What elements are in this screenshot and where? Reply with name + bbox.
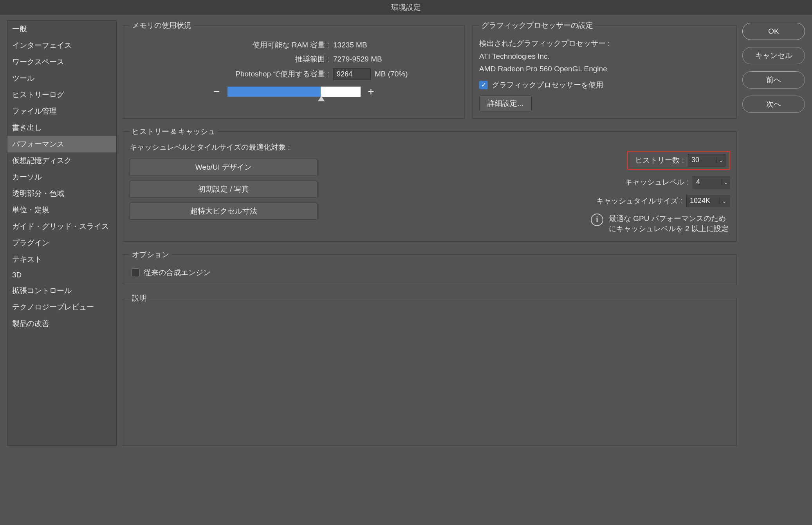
description-legend: 説明 bbox=[130, 293, 149, 303]
memory-slider-handle[interactable] bbox=[318, 96, 325, 101]
preset-default-photo-button[interactable]: 初期設定 / 写真 bbox=[130, 181, 318, 198]
history-cache-legend: ヒストリー & キャッシュ bbox=[130, 127, 218, 137]
cache-tile-size-label: キャッシュタイルサイズ : bbox=[596, 196, 682, 206]
sidebar-item-label: インターフェイス bbox=[12, 41, 72, 49]
sidebar-item-label: ファイル管理 bbox=[12, 107, 57, 115]
preferences-sidebar: 一般 インターフェイス ワークスペース ツール ヒストリーログ ファイル管理 書… bbox=[7, 20, 117, 446]
sidebar-item-label: ガイド・グリッド・スライス bbox=[12, 222, 109, 230]
sidebar-item-transparency-gamut[interactable]: 透明部分・色域 bbox=[7, 185, 116, 202]
sidebar-item-label: ツール bbox=[12, 74, 34, 82]
chevron-down-icon[interactable]: ⌄ bbox=[721, 179, 730, 185]
gpu-vendor: ATI Technologies Inc. bbox=[479, 51, 730, 62]
use-gpu-label: グラフィックプロセッサーを使用 bbox=[492, 80, 603, 90]
sidebar-item-interface[interactable]: インターフェイス bbox=[7, 37, 116, 54]
preset-web-ui-button[interactable]: Web/UI デザイン bbox=[130, 159, 318, 176]
sidebar-item-label: 仮想記憶ディスク bbox=[12, 156, 72, 165]
history-cache-group: ヒストリー & キャッシュ キャッシュレベルとタイルサイズの最適化対象 : We… bbox=[123, 127, 737, 242]
sidebar-item-enhanced-controls[interactable]: 拡張コントロール bbox=[7, 282, 116, 299]
sidebar-item-label: プラグイン bbox=[12, 239, 49, 247]
sidebar-item-type[interactable]: テキスト bbox=[7, 251, 116, 268]
cache-levels-label: キャッシュレベル : bbox=[625, 177, 689, 187]
dialog-buttons: OK キャンセル 前へ 次へ bbox=[742, 20, 805, 446]
main-area: 一般 インターフェイス ワークスペース ツール ヒストリーログ ファイル管理 書… bbox=[0, 15, 812, 451]
sidebar-item-product-improvement[interactable]: 製品の改善 bbox=[7, 315, 116, 332]
sidebar-item-performance[interactable]: パフォーマンス bbox=[7, 136, 116, 152]
ok-button[interactable]: OK bbox=[742, 23, 805, 40]
history-states-highlight: ヒストリー数 : ⌄ bbox=[627, 151, 730, 170]
cancel-button[interactable]: キャンセル bbox=[742, 47, 805, 64]
memory-increase-button[interactable]: + bbox=[367, 85, 375, 98]
sidebar-item-label: テクノロジープレビュー bbox=[12, 303, 94, 311]
available-ram-label: 使用可能な RAM 容量 : bbox=[130, 40, 329, 50]
memory-slider-fill bbox=[227, 87, 321, 97]
photoshop-use-label: Photoshop で使用する容量 : bbox=[130, 69, 329, 79]
options-legend: オプション bbox=[130, 250, 171, 260]
gpu-settings-group: グラフィックプロセッサーの設定 検出されたグラフィックプロセッサー : ATI … bbox=[473, 20, 737, 119]
memory-decrease-button[interactable]: − bbox=[213, 85, 221, 98]
window-title: 環境設定 bbox=[0, 0, 812, 15]
sidebar-item-history-log[interactable]: ヒストリーログ bbox=[7, 87, 116, 103]
content-area: メモリの使用状況 使用可能な RAM 容量 : 13235 MB 推奨範囲 : … bbox=[123, 20, 805, 446]
cache-tile-size-input[interactable] bbox=[687, 197, 720, 205]
next-button[interactable]: 次へ bbox=[742, 96, 805, 113]
sidebar-item-label: 透明部分・色域 bbox=[12, 189, 64, 197]
sidebar-item-label: パフォーマンス bbox=[12, 140, 64, 148]
sidebar-item-label: 一般 bbox=[12, 25, 27, 33]
chevron-down-icon[interactable]: ⌄ bbox=[716, 157, 725, 163]
sidebar-item-label: カーソル bbox=[12, 173, 42, 181]
memory-slider[interactable] bbox=[227, 87, 361, 97]
description-group: 説明 bbox=[123, 293, 737, 446]
sidebar-item-label: 書き出し bbox=[12, 123, 42, 132]
cache-optimize-label: キャッシュレベルとタイルサイズの最適化対象 : bbox=[130, 142, 333, 152]
photoshop-use-suffix: MB (70%) bbox=[375, 70, 408, 78]
sidebar-item-label: 単位・定規 bbox=[12, 206, 49, 214]
memory-legend: メモリの使用状況 bbox=[130, 20, 194, 31]
options-group: オプション 従来の合成エンジン bbox=[123, 250, 737, 285]
sidebar-item-tools[interactable]: ツール bbox=[7, 70, 116, 87]
available-ram-value: 13235 MB bbox=[333, 41, 367, 49]
history-states-combo[interactable]: ⌄ bbox=[688, 154, 725, 167]
gpu-cache-info-text: 最適な GPU パフォーマンスのためにキャッシュレベルを 2 以上に設定 bbox=[609, 214, 730, 234]
sidebar-item-general[interactable]: 一般 bbox=[7, 21, 116, 37]
cache-tile-size-combo[interactable]: ⌄ bbox=[686, 195, 730, 207]
sidebar-item-units-rulers[interactable]: 単位・定規 bbox=[7, 202, 116, 218]
chevron-down-icon[interactable]: ⌄ bbox=[720, 198, 728, 204]
cache-levels-combo[interactable]: ⌄ bbox=[693, 176, 730, 188]
gpu-legend: グラフィックプロセッサーの設定 bbox=[479, 20, 595, 31]
history-states-label: ヒストリー数 : bbox=[635, 155, 684, 165]
ideal-range-value: 7279-9529 MB bbox=[333, 55, 382, 63]
legacy-compositing-checkbox[interactable] bbox=[131, 268, 140, 277]
ideal-range-label: 推奨範囲 : bbox=[130, 54, 329, 64]
gpu-device: AMD Radeon Pro 560 OpenGL Engine bbox=[479, 64, 730, 74]
sidebar-item-label: 製品の改善 bbox=[12, 319, 49, 328]
sidebar-item-plugins[interactable]: プラグイン bbox=[7, 235, 116, 251]
gpu-detected-label: 検出されたグラフィックプロセッサー : bbox=[479, 38, 730, 49]
sidebar-item-label: テキスト bbox=[12, 255, 42, 263]
sidebar-item-cursors[interactable]: カーソル bbox=[7, 169, 116, 185]
memory-usage-group: メモリの使用状況 使用可能な RAM 容量 : 13235 MB 推奨範囲 : … bbox=[123, 20, 465, 119]
sidebar-item-guides-grid-slices[interactable]: ガイド・グリッド・スライス bbox=[7, 218, 116, 235]
prev-button[interactable]: 前へ bbox=[742, 71, 805, 89]
info-icon: i bbox=[591, 214, 603, 226]
sidebar-item-workspace[interactable]: ワークスペース bbox=[7, 54, 116, 70]
sidebar-item-label: 拡張コントロール bbox=[12, 286, 72, 295]
preset-huge-pixel-button[interactable]: 超特大ピクセル寸法 bbox=[130, 203, 318, 220]
sidebar-item-file-handling[interactable]: ファイル管理 bbox=[7, 103, 116, 119]
sidebar-item-label: ワークスペース bbox=[12, 58, 64, 66]
history-states-input[interactable] bbox=[688, 156, 716, 164]
use-gpu-checkbox[interactable]: ✓ bbox=[479, 81, 488, 89]
sidebar-item-label: 3D bbox=[12, 271, 22, 279]
legacy-compositing-label: 従来の合成エンジン bbox=[144, 268, 211, 278]
photoshop-use-input[interactable] bbox=[333, 68, 371, 80]
sidebar-item-label: ヒストリーログ bbox=[12, 91, 64, 99]
gpu-advanced-button[interactable]: 詳細設定... bbox=[479, 96, 532, 111]
cache-levels-input[interactable] bbox=[693, 178, 721, 186]
sidebar-item-tech-preview[interactable]: テクノロジープレビュー bbox=[7, 299, 116, 315]
sidebar-item-3d[interactable]: 3D bbox=[7, 268, 116, 282]
sidebar-item-export[interactable]: 書き出し bbox=[7, 119, 116, 136]
sidebar-item-scratch-disks[interactable]: 仮想記憶ディスク bbox=[7, 152, 116, 169]
